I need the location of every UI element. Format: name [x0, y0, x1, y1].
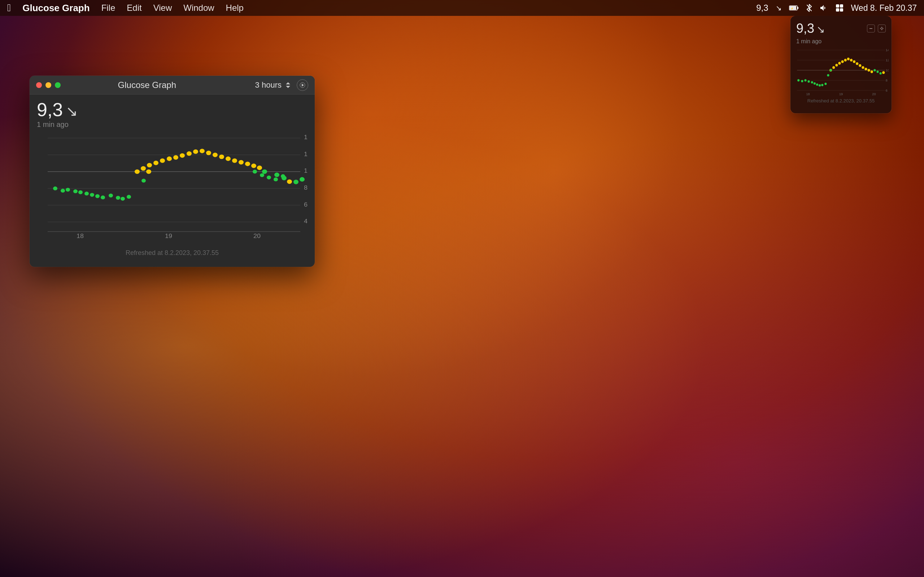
menubar-view[interactable]: View [153, 3, 172, 13]
data-point-green-target [262, 169, 267, 174]
svg-text:14: 14 [304, 134, 307, 141]
data-point-green [84, 192, 89, 195]
svg-point-59 [850, 59, 853, 62]
chart-container: 9,3 ↘ 1 min ago 14 12 10 8 6 [30, 95, 315, 267]
mini-minimize-button[interactable] [867, 24, 875, 32]
svg-text:10: 10 [304, 168, 307, 174]
svg-point-62 [859, 64, 861, 67]
data-point-green [127, 195, 131, 199]
svg-point-49 [821, 84, 823, 86]
mini-refresh-label: Refreshed at 8.2.2023, 20.37.55 [790, 97, 892, 105]
menubar:  Glucose Graph File Edit View Window He… [0, 0, 924, 16]
data-point-yellow [257, 166, 262, 170]
svg-point-69 [876, 71, 879, 73]
data-point-green [294, 180, 299, 184]
data-point-green [267, 176, 271, 180]
svg-point-61 [856, 62, 858, 65]
svg-rect-7 [840, 8, 843, 11]
stepper-icon[interactable] [284, 81, 292, 89]
glucose-value-display: 9,3 ↘ [37, 100, 307, 119]
menubar-file[interactable]: File [102, 3, 115, 13]
data-point-yellow [213, 153, 218, 157]
data-point-yellow [187, 152, 192, 156]
data-point-green [61, 189, 65, 193]
data-point-yellow [167, 156, 172, 161]
svg-text:12: 12 [886, 58, 888, 62]
data-point-yellow [147, 163, 152, 168]
menubar-glucose-arrow: ↘ [775, 3, 782, 12]
window-title: Glucose Graph [39, 80, 255, 90]
menubar-edit[interactable]: Edit [127, 3, 142, 13]
data-point-yellow [251, 164, 256, 168]
data-point-green [116, 196, 120, 200]
svg-point-60 [853, 60, 855, 63]
chart-area: 14 12 10 8 6 4 18 19 20 [37, 132, 307, 248]
window-titlebar: Glucose Graph 3 hours [30, 76, 315, 95]
mini-widget: 9,3 ↘ 1 min ago [790, 16, 892, 113]
svg-point-51 [827, 74, 829, 76]
data-point-green [66, 188, 70, 192]
svg-text:18: 18 [806, 92, 810, 95]
data-point-green [53, 187, 57, 190]
main-window: Glucose Graph 3 hours 9,3 ↘ 1 min ago [30, 76, 315, 267]
data-point-yellow [180, 153, 185, 158]
svg-point-46 [814, 82, 816, 84]
menubar-datetime: Wed 8. Feb 20.37 [851, 3, 917, 13]
data-point-green [253, 170, 257, 174]
menubar-app-name[interactable]: Glucose Graph [23, 3, 89, 14]
data-point-yellow [200, 148, 205, 153]
battery-icon: ⚡ [789, 5, 799, 11]
svg-point-66 [871, 70, 873, 73]
data-point-green [142, 179, 146, 183]
svg-rect-4 [836, 4, 839, 8]
svg-marker-9 [302, 84, 304, 87]
glucose-number: 9,3 [37, 100, 63, 119]
svg-point-57 [844, 59, 847, 62]
bluetooth-icon [806, 3, 812, 12]
data-point-yellow [206, 151, 211, 155]
svg-rect-6 [836, 8, 839, 11]
data-point-yellow [193, 149, 198, 154]
play-button[interactable] [297, 79, 308, 91]
menubar-help[interactable]: Help [226, 3, 244, 13]
glucose-trend-arrow: ↘ [66, 104, 78, 118]
data-point-green [101, 195, 105, 200]
svg-point-50 [824, 82, 827, 85]
svg-point-53 [832, 66, 835, 69]
data-point-green [78, 190, 82, 194]
svg-point-71 [882, 71, 885, 74]
svg-point-47 [816, 83, 818, 85]
svg-point-67 [830, 69, 832, 71]
svg-text:20: 20 [254, 233, 261, 239]
data-point-green [121, 197, 125, 201]
apple-logo-icon[interactable]:  [7, 2, 11, 14]
refresh-label: Refreshed at 8.2.2023, 20.37.55 [37, 249, 307, 257]
svg-point-27 [881, 28, 883, 29]
svg-point-42 [801, 80, 803, 82]
time-selector[interactable]: 3 hours [255, 81, 292, 90]
svg-point-70 [880, 72, 882, 74]
time-ago-label: 1 min ago [37, 121, 307, 129]
data-point-green [73, 189, 78, 193]
mini-glucose-value: 9,3 ↘ [796, 21, 825, 36]
volume-icon [819, 3, 828, 12]
menubar-window[interactable]: Window [183, 3, 214, 13]
svg-text:19: 19 [839, 92, 843, 95]
svg-rect-26 [869, 29, 872, 29]
mini-chart-area: 14 12 10 8 6 18 19 20 [790, 46, 892, 97]
data-point-yellow [173, 155, 178, 160]
data-point-green [300, 177, 305, 182]
data-point-yellow [135, 169, 140, 174]
svg-text:19: 19 [165, 233, 172, 239]
mini-settings-button[interactable] [878, 24, 886, 32]
time-selector-label: 3 hours [255, 81, 281, 90]
svg-text:18: 18 [76, 233, 84, 239]
menubar-glucose-value: 9,3 [756, 3, 768, 13]
data-point-green [274, 173, 279, 177]
svg-point-65 [868, 69, 870, 72]
svg-point-55 [838, 62, 841, 65]
mini-glucose-chart: 14 12 10 8 6 18 19 20 [793, 46, 888, 97]
svg-point-56 [842, 60, 844, 63]
data-point-green [274, 177, 278, 181]
svg-rect-5 [840, 4, 843, 8]
